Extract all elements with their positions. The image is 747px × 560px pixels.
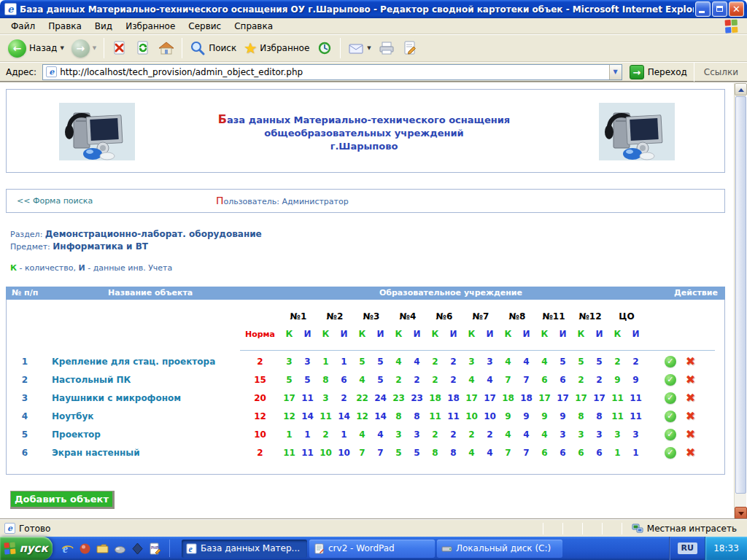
title-bar: e База данных Материально-технического о… bbox=[0, 0, 747, 18]
print-button[interactable] bbox=[375, 39, 398, 58]
address-input[interactable] bbox=[60, 67, 609, 77]
menu-edit[interactable]: Правка bbox=[42, 20, 88, 33]
confirm-icon[interactable]: ✓ bbox=[665, 429, 676, 440]
school-header: №2 bbox=[317, 311, 353, 322]
menu-view[interactable]: Вид bbox=[88, 20, 119, 33]
scrollbar-thumb[interactable] bbox=[735, 96, 746, 494]
status-text: Готово bbox=[19, 524, 533, 534]
school-header: №7 bbox=[462, 311, 499, 322]
k-value: 8 bbox=[426, 448, 444, 458]
refresh-button[interactable] bbox=[131, 39, 155, 58]
history-button[interactable] bbox=[313, 39, 336, 58]
object-name-link[interactable]: Ноутбук bbox=[43, 411, 240, 421]
object-name-link[interactable]: Проектор bbox=[43, 429, 240, 440]
taskbar: пуск e PHP e bbox=[0, 537, 747, 560]
clock[interactable]: 18:33 bbox=[705, 537, 747, 560]
k-value: 7 bbox=[499, 375, 517, 385]
section-value: Демонстрационно-лаборат. оборудование bbox=[45, 229, 262, 239]
quick-launch-mouse-icon[interactable] bbox=[114, 542, 126, 555]
confirm-icon[interactable]: ✓ bbox=[665, 447, 676, 459]
start-button[interactable]: пуск bbox=[0, 537, 53, 560]
delete-icon[interactable]: ✖ bbox=[686, 411, 695, 422]
i-header: И bbox=[335, 329, 353, 339]
delete-icon[interactable]: ✖ bbox=[686, 447, 695, 459]
quick-launch-php-icon[interactable]: PHP bbox=[149, 542, 161, 555]
forward-button[interactable]: →▼ bbox=[68, 38, 100, 59]
i-value: 3 bbox=[590, 429, 608, 440]
object-name-link[interactable]: Наушники с микрофоном bbox=[43, 393, 240, 403]
i-value: 3 bbox=[627, 429, 645, 440]
computer-logo-image bbox=[59, 103, 135, 160]
i-value: 14 bbox=[371, 411, 390, 421]
menu-tools[interactable]: Сервис bbox=[182, 20, 228, 33]
scroll-up-button[interactable] bbox=[735, 83, 747, 96]
minimize-button[interactable] bbox=[695, 1, 711, 17]
quick-launch-denwer-icon[interactable] bbox=[79, 542, 91, 555]
confirm-icon[interactable]: ✓ bbox=[665, 392, 676, 404]
address-field[interactable]: e ▼ bbox=[42, 64, 622, 80]
home-button[interactable] bbox=[155, 39, 178, 58]
k-value: 4 bbox=[462, 375, 481, 385]
restore-button[interactable] bbox=[712, 1, 727, 17]
go-button[interactable]: → Переход bbox=[627, 64, 690, 80]
object-name-link[interactable]: Экран настенный bbox=[43, 448, 240, 458]
edit-button[interactable] bbox=[398, 39, 422, 58]
task-local-disk[interactable]: Локальный диск (C:) bbox=[437, 540, 562, 558]
search-form-link[interactable]: << Форма поиска bbox=[17, 196, 93, 206]
quick-launch-app-icon[interactable] bbox=[131, 542, 144, 555]
confirm-icon[interactable]: ✓ bbox=[665, 374, 676, 386]
school-header: ЦО bbox=[608, 311, 645, 322]
delete-icon[interactable]: ✖ bbox=[686, 356, 695, 368]
k-value: 6 bbox=[535, 375, 554, 385]
object-name-link[interactable]: Крепление для стац. проектора bbox=[43, 357, 240, 367]
i-value: 14 bbox=[335, 411, 353, 421]
quick-launch-ie-icon[interactable]: e bbox=[61, 542, 74, 555]
i-value: 2 bbox=[335, 393, 353, 403]
address-dropdown[interactable]: ▼ bbox=[609, 65, 622, 79]
k-value: 3 bbox=[280, 357, 298, 367]
confirm-icon[interactable]: ✓ bbox=[665, 356, 676, 368]
task-wordpad[interactable]: crv2 - WordPad bbox=[309, 540, 435, 558]
stop-button[interactable] bbox=[108, 39, 131, 58]
k-value: 6 bbox=[535, 448, 554, 458]
i-header: И bbox=[444, 329, 462, 339]
i-value: 11 bbox=[627, 411, 645, 421]
k-header: К bbox=[353, 329, 371, 339]
page-nav-box: << Форма поиска Пользователь: Администра… bbox=[6, 189, 725, 213]
i-value: 10 bbox=[481, 411, 499, 421]
norm-value: 12 bbox=[240, 411, 280, 421]
delete-icon[interactable]: ✖ bbox=[686, 392, 695, 404]
table-row: 4Ноутбук12121411141214881111101099998811… bbox=[7, 407, 724, 425]
mail-button[interactable]: ▼ bbox=[344, 39, 374, 58]
k-value: 9 bbox=[499, 411, 517, 421]
quick-launch-folder-icon[interactable] bbox=[96, 542, 109, 555]
k-value: 11 bbox=[280, 448, 298, 458]
menu-file[interactable]: Файл bbox=[4, 20, 42, 33]
menu-help[interactable]: Справка bbox=[228, 20, 279, 33]
language-indicator[interactable]: RU bbox=[678, 542, 697, 554]
delete-icon[interactable]: ✖ bbox=[686, 429, 695, 440]
i-value: 6 bbox=[590, 448, 608, 458]
task-ie-icon: e bbox=[186, 543, 197, 554]
back-button[interactable]: ← Назад▼ bbox=[4, 38, 68, 59]
i-value: 2 bbox=[444, 375, 462, 385]
security-zone: Местная интрасеть bbox=[632, 523, 747, 534]
task-ie-window[interactable]: e База данных Матер... bbox=[182, 540, 307, 558]
confirm-icon[interactable]: ✓ bbox=[665, 411, 676, 422]
vertical-scrollbar[interactable] bbox=[734, 83, 746, 519]
favorites-button[interactable]: ★ Избранное bbox=[240, 39, 313, 58]
i-value: 2 bbox=[627, 357, 645, 367]
scroll-down-button[interactable] bbox=[735, 507, 747, 519]
row-actions: ✓✖ bbox=[645, 447, 715, 459]
delete-icon[interactable]: ✖ bbox=[686, 374, 695, 386]
k-value: 2 bbox=[462, 429, 481, 440]
menu-favorites[interactable]: Избранное bbox=[119, 20, 182, 33]
close-button[interactable]: ✕ bbox=[729, 1, 744, 17]
k-value: 3 bbox=[462, 357, 481, 367]
task-buttons: e База данных Матер... crv2 - WordPad Ло… bbox=[182, 540, 669, 558]
object-name-link[interactable]: Настольный ПК bbox=[43, 375, 240, 385]
links-label[interactable]: Ссылки bbox=[698, 67, 744, 77]
section-info: Раздел: Демонстрационно-лаборат. оборудо… bbox=[10, 228, 262, 253]
add-object-button[interactable]: Добавить объект bbox=[10, 491, 115, 509]
search-button[interactable]: Поиск bbox=[186, 39, 240, 58]
